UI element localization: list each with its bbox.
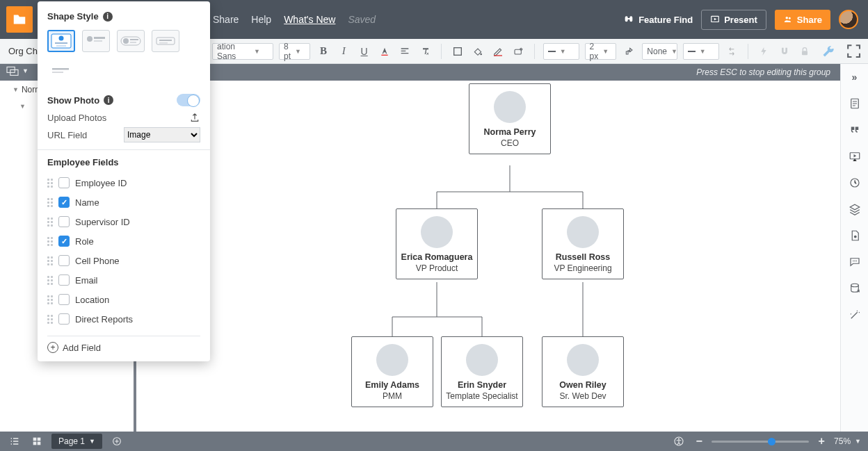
- arrow-icon: [688, 49, 695, 54]
- settings-wrench-button[interactable]: [818, 42, 839, 61]
- org-node[interactable]: Norma Perry CEO: [469, 83, 551, 154]
- history-icon[interactable]: [846, 174, 864, 192]
- fullscreen-button[interactable]: [845, 42, 862, 60]
- font-size-select[interactable]: 8 pt▼: [279, 43, 310, 60]
- style-option-text-only[interactable]: [47, 59, 75, 81]
- style-option-photo-inset[interactable]: [117, 30, 145, 52]
- style-option-text-box[interactable]: [152, 30, 179, 52]
- layers-icon[interactable]: [846, 200, 864, 218]
- field-checkbox[interactable]: [58, 255, 70, 266]
- shape-tool-dropdown[interactable]: ▼: [6, 65, 29, 76]
- svg-point-35: [854, 261, 855, 262]
- line-width-select[interactable]: 2 px▼: [585, 43, 616, 60]
- drag-handle-icon[interactable]: [47, 179, 53, 188]
- notes-icon[interactable]: [846, 95, 864, 113]
- app-logo[interactable]: [6, 6, 33, 33]
- info-icon[interactable]: i: [104, 95, 113, 105]
- arrow-start-select[interactable]: None▼: [642, 43, 677, 60]
- underline-button[interactable]: U: [357, 44, 371, 59]
- field-checkbox[interactable]: [58, 216, 70, 227]
- clear-format-button[interactable]: [418, 44, 433, 59]
- arrow-end-select[interactable]: ▼: [683, 43, 718, 60]
- drag-handle-icon[interactable]: [47, 295, 53, 304]
- field-row[interactable]: Cell Phone: [47, 251, 204, 270]
- field-row[interactable]: Total Reports: [47, 329, 204, 333]
- org-node[interactable]: Russell Ross VP Engineering: [542, 208, 624, 279]
- field-row[interactable]: Role: [47, 231, 204, 251]
- svg-rect-29: [52, 72, 63, 73]
- magnet-button[interactable]: [777, 44, 791, 59]
- fill-color-button[interactable]: [450, 44, 465, 59]
- zoom-out-button[interactable]: −: [693, 435, 705, 448]
- drag-handle-icon[interactable]: [47, 276, 53, 285]
- field-row[interactable]: Location: [47, 290, 204, 309]
- style-option-photo-left[interactable]: [82, 30, 110, 52]
- add-page-button[interactable]: [109, 434, 124, 449]
- list-view-button[interactable]: [7, 434, 22, 449]
- menu-help[interactable]: Help: [251, 14, 271, 25]
- field-checkbox[interactable]: [58, 177, 70, 188]
- swap-ends-button[interactable]: [725, 44, 739, 59]
- field-checkbox[interactable]: [58, 274, 70, 286]
- action-bolt-button[interactable]: [757, 44, 771, 59]
- field-row[interactable]: Direct Reports: [47, 309, 204, 329]
- lock-button[interactable]: [798, 44, 812, 59]
- user-avatar[interactable]: [839, 10, 858, 29]
- field-row[interactable]: Name: [47, 192, 204, 212]
- present-icon[interactable]: [846, 147, 864, 165]
- comments-icon[interactable]: [846, 253, 864, 271]
- text-color-button[interactable]: [377, 44, 392, 59]
- quote-icon[interactable]: [846, 121, 864, 139]
- url-field-select[interactable]: Image: [124, 127, 200, 142]
- magic-icon[interactable]: [846, 306, 864, 324]
- accessibility-button[interactable]: [671, 434, 686, 449]
- field-checkbox[interactable]: [58, 313, 70, 325]
- present-button[interactable]: Present: [701, 10, 766, 30]
- add-field-button[interactable]: + Add Field: [47, 336, 200, 353]
- drag-handle-icon[interactable]: [47, 218, 53, 227]
- page-label: Page 1: [58, 436, 85, 446]
- page-tab[interactable]: Page 1▼: [51, 434, 102, 449]
- line-routing-button[interactable]: [622, 44, 636, 59]
- style-option-photo-top[interactable]: [47, 30, 75, 52]
- data-icon[interactable]: [846, 279, 864, 297]
- shape-style-button[interactable]: [511, 44, 526, 59]
- upload-photos-label: Upload Photos: [47, 113, 106, 123]
- info-icon[interactable]: i: [103, 12, 113, 22]
- drag-handle-icon[interactable]: [47, 198, 53, 207]
- page-icon[interactable]: [846, 227, 864, 245]
- field-checkbox[interactable]: [58, 197, 70, 208]
- drag-handle-icon[interactable]: [47, 315, 53, 324]
- collapse-rail-button[interactable]: »: [846, 68, 864, 86]
- field-checkbox[interactable]: [58, 236, 70, 247]
- upload-icon[interactable]: [189, 112, 200, 123]
- org-node[interactable]: Erica Romaguera VP Product: [396, 208, 478, 279]
- line-style-select[interactable]: ▼: [543, 43, 579, 60]
- zoom-value[interactable]: 75%: [834, 436, 851, 446]
- org-node[interactable]: Emily Adams PMM: [351, 336, 433, 407]
- align-button[interactable]: [398, 44, 412, 59]
- field-row[interactable]: Employee ID: [47, 173, 204, 192]
- border-color-button[interactable]: [491, 44, 506, 59]
- plus-icon: +: [47, 342, 58, 353]
- menu-share[interactable]: Share: [213, 14, 239, 25]
- share-button[interactable]: Share: [775, 10, 830, 30]
- field-checkbox[interactable]: [58, 294, 70, 305]
- bold-button[interactable]: B: [316, 44, 330, 59]
- menu-whatsnew[interactable]: What's New: [284, 14, 335, 25]
- org-node[interactable]: Erin Snyder Template Specialist: [441, 336, 523, 407]
- font-family-select[interactable]: ation Sans▼: [212, 43, 273, 60]
- field-row[interactable]: Supervisor ID: [47, 212, 204, 231]
- fill-bucket-button[interactable]: [471, 44, 485, 59]
- drag-handle-icon[interactable]: [47, 256, 53, 265]
- grid-view-button[interactable]: [29, 434, 45, 449]
- show-photo-toggle[interactable]: [177, 94, 200, 106]
- org-node[interactable]: Owen Riley Sr. Web Dev: [542, 336, 624, 407]
- canvas[interactable]: Norma Perry CEO Erica Romaguera VP Produ…: [139, 81, 840, 432]
- zoom-slider[interactable]: [712, 441, 809, 443]
- feature-find[interactable]: Feature Find: [623, 14, 693, 25]
- zoom-in-button[interactable]: +: [816, 435, 827, 448]
- drag-handle-icon[interactable]: [47, 237, 53, 246]
- field-row[interactable]: Email: [47, 270, 204, 290]
- italic-button[interactable]: I: [337, 44, 351, 59]
